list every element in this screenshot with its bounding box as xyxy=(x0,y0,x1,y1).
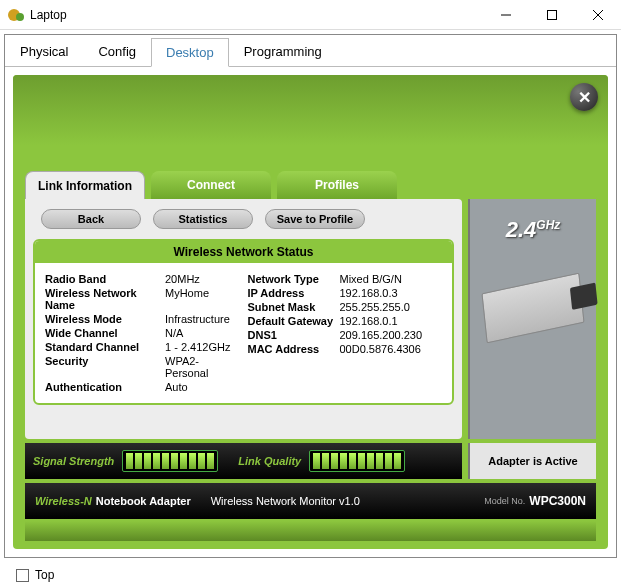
field-label: Authentication xyxy=(45,381,165,393)
outer-tabs: Physical Config Desktop Programming xyxy=(5,35,616,67)
field-value: Infrastructure xyxy=(165,313,240,325)
top-checkbox-row: Top xyxy=(16,568,54,582)
tab-link-information[interactable]: Link Information xyxy=(25,171,145,199)
field-value: 00D0.5876.4306 xyxy=(340,343,443,355)
container: Physical Config Desktop Programming ✕ Li… xyxy=(4,34,617,558)
status-row: Default Gateway192.168.0.1 xyxy=(248,315,443,327)
monitor-version: Wireless Network Monitor v1.0 xyxy=(211,495,360,507)
save-to-profile-button[interactable]: Save to Profile xyxy=(265,209,365,229)
field-value: WPA2-Personal xyxy=(165,355,240,379)
status-row: AuthenticationAuto xyxy=(45,381,240,393)
statistics-button[interactable]: Statistics xyxy=(153,209,253,229)
field-value: 20MHz xyxy=(165,273,240,285)
minimize-button[interactable] xyxy=(483,0,529,30)
status-col-left: Radio Band20MHzWireless Network NameMyHo… xyxy=(45,271,240,395)
status-row: Wireless Network NameMyHome xyxy=(45,287,240,311)
field-value: 192.168.0.3 xyxy=(340,287,443,299)
status-row: MAC Address00D0.5876.4306 xyxy=(248,343,443,355)
window-title: Laptop xyxy=(30,8,483,22)
field-label: Default Gateway xyxy=(248,315,340,327)
window-titlebar: Laptop xyxy=(0,0,621,30)
field-label: Subnet Mask xyxy=(248,301,340,313)
signal-strength-meter xyxy=(122,450,218,472)
footer-green xyxy=(25,521,596,541)
back-button[interactable]: Back xyxy=(41,209,141,229)
wireless-panel: ✕ Link Information Connect Profiles Back… xyxy=(13,75,608,549)
status-row: Subnet Mask255.255.255.0 xyxy=(248,301,443,313)
tab-connect[interactable]: Connect xyxy=(151,171,271,199)
frequency-badge: 2.4GHz xyxy=(506,217,561,243)
field-value: 192.168.0.1 xyxy=(340,315,443,327)
main-content: Back Statistics Save to Profile Wireless… xyxy=(25,199,462,439)
panel-close-icon[interactable]: ✕ xyxy=(570,83,598,111)
field-label: Network Type xyxy=(248,273,340,285)
field-value: N/A xyxy=(165,327,240,339)
status-col-right: Network TypeMixed B/G/NIP Address192.168… xyxy=(248,271,443,395)
model-prefix: Model No. xyxy=(484,496,525,506)
close-button[interactable] xyxy=(575,0,621,30)
tab-desktop[interactable]: Desktop xyxy=(151,38,229,67)
status-header: Wireless Network Status xyxy=(35,241,452,263)
link-quality-meter xyxy=(309,450,405,472)
model-number: WPC300N xyxy=(529,494,586,508)
top-checkbox[interactable] xyxy=(16,569,29,582)
tab-programming[interactable]: Programming xyxy=(229,37,337,66)
field-label: Standard Channel xyxy=(45,341,165,353)
status-row: IP Address192.168.0.3 xyxy=(248,287,443,299)
field-value: Mixed B/G/N xyxy=(340,273,443,285)
field-value: 1 - 2.412GHz xyxy=(165,341,240,353)
wireless-n-logo: Wireless-N xyxy=(35,495,92,507)
field-label: Radio Band xyxy=(45,273,165,285)
maximize-button[interactable] xyxy=(529,0,575,30)
right-side-panel: 2.4GHz xyxy=(468,199,596,439)
adapter-card-image xyxy=(481,273,584,344)
bottom-bar: Wireless-N Notebook Adapter Wireless Net… xyxy=(25,483,596,519)
link-quality-label: Link Quality xyxy=(238,455,301,467)
status-row: Wide ChannelN/A xyxy=(45,327,240,339)
tab-physical[interactable]: Physical xyxy=(5,37,83,66)
app-icon xyxy=(8,7,24,23)
adapter-type-label: Notebook Adapter xyxy=(96,495,191,507)
field-label: Wireless Network Name xyxy=(45,287,165,311)
field-label: DNS1 xyxy=(248,329,340,341)
field-value: MyHome xyxy=(165,287,240,311)
field-label: Wireless Mode xyxy=(45,313,165,325)
field-value: Auto xyxy=(165,381,240,393)
tab-config[interactable]: Config xyxy=(83,37,151,66)
status-row: Standard Channel1 - 2.412GHz xyxy=(45,341,240,353)
field-value: 255.255.255.0 xyxy=(340,301,443,313)
status-row: SecurityWPA2-Personal xyxy=(45,355,240,379)
field-label: Security xyxy=(45,355,165,379)
field-label: IP Address xyxy=(248,287,340,299)
signal-strength-label: Signal Strength xyxy=(33,455,114,467)
signal-bar: Signal Strength Link Quality xyxy=(25,443,462,479)
top-checkbox-label: Top xyxy=(35,568,54,582)
field-label: MAC Address xyxy=(248,343,340,355)
status-row: Wireless ModeInfrastructure xyxy=(45,313,240,325)
status-row: Radio Band20MHz xyxy=(45,273,240,285)
status-box: Wireless Network Status Radio Band20MHzW… xyxy=(33,239,454,405)
svg-rect-1 xyxy=(548,10,557,19)
status-row: DNS1209.165.200.230 xyxy=(248,329,443,341)
status-row: Network TypeMixed B/G/N xyxy=(248,273,443,285)
field-label: Wide Channel xyxy=(45,327,165,339)
adapter-status: Adapter is Active xyxy=(468,443,596,479)
tab-profiles[interactable]: Profiles xyxy=(277,171,397,199)
inner-tabs: Link Information Connect Profiles xyxy=(25,171,397,199)
field-value: 209.165.200.230 xyxy=(340,329,443,341)
